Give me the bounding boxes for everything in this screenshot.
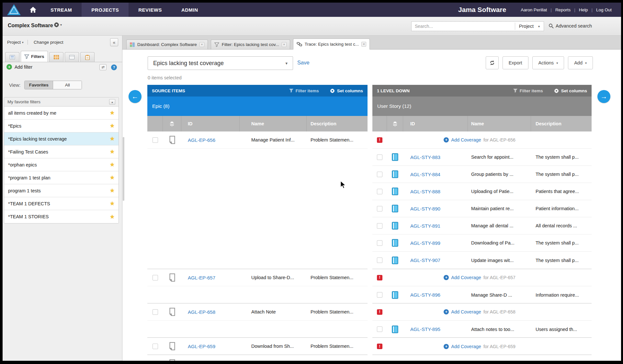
row-checkbox[interactable] (377, 257, 382, 263)
nav-item-reviews[interactable]: REVIEWS (129, 3, 172, 17)
trace-step-left-button[interactable]: ← (129, 90, 142, 103)
item-id-link[interactable]: AGL-STY-899 (410, 240, 440, 246)
add-coverage-link[interactable]: Add Coverage (451, 137, 481, 142)
add-button[interactable]: Add ▾ (568, 56, 593, 69)
filter-list-item[interactable]: program 1 tests★ (4, 184, 119, 197)
search-scope-select[interactable]: Project ▾ (515, 23, 544, 30)
star-icon[interactable]: ★ (110, 161, 115, 168)
close-icon[interactable]: × (361, 42, 366, 47)
help-link[interactable]: Help (575, 7, 592, 12)
item-id-link[interactable]: AGL-STY-896 (410, 292, 440, 298)
collapse-panel-button[interactable]: ▴ (109, 99, 115, 105)
item-id-link[interactable]: AGL-EP-656 (188, 137, 215, 143)
collapse-sidebar-button[interactable]: « (110, 38, 118, 46)
change-project-link[interactable]: Change project (34, 40, 63, 45)
reports-link[interactable]: Reports (552, 7, 574, 12)
star-icon[interactable]: ★ (110, 200, 115, 207)
star-icon[interactable]: ★ (110, 122, 115, 129)
close-icon[interactable]: × (282, 42, 287, 47)
trace-step-right-button[interactable]: → (597, 90, 610, 103)
tab-documents[interactable] (65, 52, 79, 62)
tab-explorer[interactable] (5, 52, 19, 62)
name-column-header[interactable]: Name (468, 116, 531, 131)
row-checkbox[interactable] (377, 172, 382, 177)
row-checkbox[interactable] (153, 344, 158, 349)
epic-row[interactable]: AGL-EP-657 Upload to Share-D... Problem … (147, 269, 368, 286)
story-row[interactable]: AGL-STY-890 Maintain patient re... Patie… (372, 200, 592, 217)
item-type-column-header[interactable] (387, 116, 403, 131)
sync-filters-icon[interactable]: ⇄ (99, 64, 107, 70)
nav-item-projects[interactable]: PROJECTS (82, 3, 129, 17)
tab-trace[interactable]: Trace: Epics lacking test c... × (293, 39, 370, 50)
row-checkbox[interactable] (377, 206, 382, 211)
row-checkbox[interactable] (377, 240, 382, 246)
refresh-button[interactable] (486, 56, 499, 69)
nav-item-admin[interactable]: ADMIN (172, 3, 208, 17)
filter-list-item[interactable]: *program 1 test plan★ (4, 171, 119, 184)
filter-list-item[interactable]: *TEAM 1 STORIES★ (4, 210, 119, 223)
row-checkbox[interactable] (153, 275, 158, 280)
export-button[interactable]: Export (503, 56, 528, 69)
save-button[interactable]: Save (297, 60, 310, 66)
tab-dashboard[interactable]: Dashboard: Complex Software × (126, 40, 208, 49)
filter-list-item[interactable]: *Failing Test Cases★ (4, 145, 119, 158)
story-row[interactable]: AGL-STY-884 Group patients by ... The sy… (372, 166, 592, 183)
row-checkbox[interactable] (377, 326, 382, 332)
item-id-link[interactable]: AGL-EP-658 (188, 309, 215, 315)
project-dropdown[interactable]: Project ▾ (7, 40, 28, 45)
item-id-link[interactable]: AGL-STY-907 (410, 257, 440, 263)
tab-filters[interactable]: Filters (21, 51, 48, 62)
target-filter-items-button[interactable]: Filter items (513, 88, 543, 93)
row-checkbox[interactable] (153, 361, 158, 361)
add-coverage-link[interactable]: Add Coverage (451, 275, 481, 280)
filter-list-item[interactable]: *orphan epics★ (4, 158, 119, 171)
item-id-link[interactable]: AGL-EP-659 (188, 344, 215, 349)
description-column-header[interactable]: Description (307, 116, 368, 131)
nav-item-stream[interactable]: STREAM (41, 3, 82, 17)
epic-row[interactable]: AGL-EP-658 Attach Note Problem Statemen.… (147, 303, 368, 321)
current-user[interactable]: Aaron Perillat (517, 7, 550, 12)
item-id-link[interactable]: AGL-EP-657 (188, 275, 215, 280)
row-checkbox[interactable] (153, 309, 158, 315)
actions-button[interactable]: Actions ▾ (532, 56, 564, 69)
filter-list-item[interactable]: all items created by me★ (4, 107, 119, 119)
add-coverage-link[interactable]: Add Coverage (451, 344, 481, 349)
star-icon[interactable]: ★ (110, 174, 115, 181)
row-checkbox[interactable] (377, 189, 382, 194)
item-id-link[interactable]: AGL-EP-661 (188, 361, 215, 361)
item-id-link[interactable]: AGL-STY-891 (410, 223, 440, 229)
tab-reviews-clipboard[interactable] (80, 52, 95, 62)
story-row[interactable]: AGL-STY-883 Search for appoint... The sy… (372, 149, 592, 166)
item-id-link[interactable]: AGL-STY-884 (410, 172, 440, 177)
select-column-header[interactable] (372, 116, 387, 131)
item-id-link[interactable]: AGL-STY-890 (410, 206, 440, 211)
filter-list-item[interactable]: *Epics★ (4, 119, 119, 132)
story-row[interactable]: AGL-STY-899 Downloading of Pa... The sys… (372, 234, 592, 252)
add-filter-button[interactable]: + Add filter (6, 64, 32, 70)
filter-list-item-selected[interactable]: *Epics lacking test coverage★ (4, 132, 119, 145)
tab-filter[interactable]: Filter: Epics lacking test cov... × (211, 40, 290, 49)
source-filter-items-button[interactable]: Filter items (289, 88, 319, 93)
story-row[interactable]: AGL-STY-896 Manage Share-D ... Informati… (372, 286, 592, 303)
story-row[interactable]: AGL-STY-907 Update images wit... The sys… (372, 252, 592, 269)
jama-logo-icon[interactable] (3, 3, 25, 17)
name-column-header[interactable]: Name (240, 116, 307, 131)
item-id-link[interactable]: AGL-STY-888 (410, 189, 440, 194)
item-id-link[interactable]: AGL-STY-883 (410, 154, 440, 160)
logout-link[interactable]: Log Out (593, 7, 615, 12)
filter-list-item[interactable]: *TEAM 1 DEFECTS★ (4, 197, 119, 210)
epic-row[interactable]: AGL-EP-659 Download from Sh... Problem S… (147, 338, 368, 355)
item-id-link[interactable]: AGL-STY-895 (410, 326, 440, 332)
row-checkbox[interactable] (153, 137, 158, 143)
row-checkbox[interactable] (377, 154, 382, 160)
star-icon[interactable]: ★ (110, 109, 115, 116)
project-settings-menu[interactable]: ▾ (54, 22, 62, 28)
description-column-header[interactable]: Description (531, 116, 592, 131)
story-row[interactable]: AGL-STY-888 Uploading of Patie... Patien… (372, 183, 592, 200)
star-icon[interactable]: ★ (110, 135, 115, 142)
story-row[interactable]: AGL-STY-895 Attach notes to too... Users… (372, 321, 592, 337)
add-coverage-link[interactable]: Add Coverage (451, 309, 481, 314)
advanced-search-link[interactable]: Advanced search (549, 23, 592, 28)
star-icon[interactable]: ★ (110, 213, 115, 220)
select-column-header[interactable] (147, 116, 163, 131)
